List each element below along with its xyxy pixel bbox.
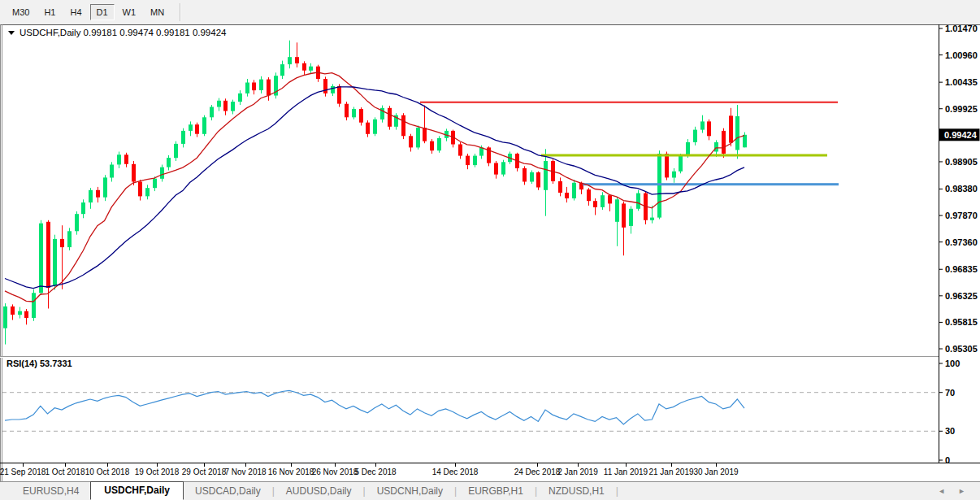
price-tick-label: 0.98905 (945, 157, 978, 167)
ma-fast-line (5, 72, 744, 302)
ma-slow-line (5, 87, 744, 289)
timeframe-button-d1[interactable]: D1 (90, 4, 115, 20)
date-tick-label: 1 Oct 2018 (46, 467, 85, 476)
tab-usdchf-daily[interactable]: USDCHF,Daily (90, 481, 184, 500)
symbol-tab-bar: EURUSD,H4 USDCHF,Daily USDCAD,Daily | AU… (0, 481, 980, 500)
trading-app-window: M30 H1 H4 D1 W1 MN 1.014701.009601.00435… (0, 0, 980, 500)
date-tick-label: 19 Oct 2018 (135, 467, 180, 476)
timeframe-button-w1[interactable]: W1 (116, 4, 143, 20)
tab-eurgbp-h1[interactable]: EURGBP,H1 (457, 484, 535, 498)
date-tick-label: 2 Jan 2019 (557, 467, 598, 476)
price-tick-label: 0.95305 (945, 344, 978, 354)
tab-nzdusd-h1[interactable]: NZDUSD,H1 (537, 484, 616, 498)
date-tick-label: 7 Nov 2018 (224, 467, 267, 476)
timeframe-button-h1[interactable]: H1 (37, 4, 62, 20)
date-tick-label: 11 Jan 2019 (604, 467, 648, 476)
tab-usdcnh-daily[interactable]: USDCNH,Daily (366, 484, 454, 498)
price-tick-label: 0.99925 (945, 104, 978, 114)
date-tick-label: 21 Sep 2018 (0, 467, 46, 476)
price-tick-label: 1.00435 (945, 77, 978, 87)
price-tick-label: 0.98380 (945, 184, 978, 193)
timeframe-button-h4[interactable]: H4 (63, 4, 88, 20)
tab-audusd-daily[interactable]: AUDUSD,Daily (275, 484, 363, 498)
timeframe-button-m30[interactable]: M30 (6, 4, 36, 20)
tab-scroll-right-icon[interactable]: ► (952, 487, 972, 495)
rsi-tick-label: 70 (945, 388, 955, 398)
date-tick-label: 24 Dec 2018 (514, 467, 561, 476)
date-tick-label: 30 Jan 2019 (693, 467, 738, 476)
tab-scroll-left-icon[interactable]: ◄ (931, 487, 952, 495)
price-tick-label: 0.95815 (945, 317, 978, 327)
date-tick-label: 26 Nov 2018 (312, 467, 358, 476)
price-tick-label: 0.97360 (945, 237, 978, 247)
tab-separator: | (616, 485, 618, 497)
date-tick-label: 14 Dec 2018 (432, 467, 479, 476)
timeframe-toolbar: M30 H1 H4 D1 W1 MN (0, 0, 980, 24)
current-price-label: 0.99424 (944, 130, 978, 140)
rsi-tick-label: 0 (945, 455, 950, 465)
price-chart-canvas[interactable]: 1.014701.009601.004350.999250.989050.983… (0, 24, 980, 481)
date-tick-label: 21 Jan 2019 (648, 467, 693, 476)
resistance-line[interactable] (420, 102, 838, 103)
toolbar-separator (180, 3, 181, 21)
symbol-dropdown-icon[interactable] (8, 31, 15, 35)
price-tick-label: 0.96835 (945, 264, 978, 274)
rsi-line (5, 390, 744, 424)
tab-usdcad-daily[interactable]: USDCAD,Daily (184, 484, 272, 498)
tab-scroll-arrows: ◄ ► (931, 487, 980, 495)
price-tick-label: 1.01470 (945, 24, 978, 33)
date-tick-label: 5 Dec 2018 (354, 467, 397, 476)
tab-eurusd-h4[interactable]: EURUSD,H4 (11, 484, 90, 498)
rsi-indicator-label: RSI(14) 53.7331 (7, 359, 72, 368)
pivot-line[interactable] (541, 154, 827, 157)
rsi-tick-label: 100 (945, 359, 960, 368)
price-tick-label: 0.97870 (945, 211, 978, 220)
timeframe-button-mn[interactable]: MN (144, 4, 171, 20)
date-tick-label: 16 Nov 2018 (268, 467, 314, 476)
date-tick-label: 10 Oct 2018 (85, 467, 130, 476)
price-tick-label: 1.00960 (945, 50, 978, 60)
candles (3, 41, 747, 345)
date-tick-label: 29 Oct 2018 (182, 467, 227, 476)
price-tick-label: 0.96325 (945, 291, 978, 301)
chart-title-ohlc: USDCHF,Daily 0.99181 0.99474 0.99181 0.9… (20, 28, 227, 37)
rsi-tick-label: 30 (945, 426, 955, 436)
